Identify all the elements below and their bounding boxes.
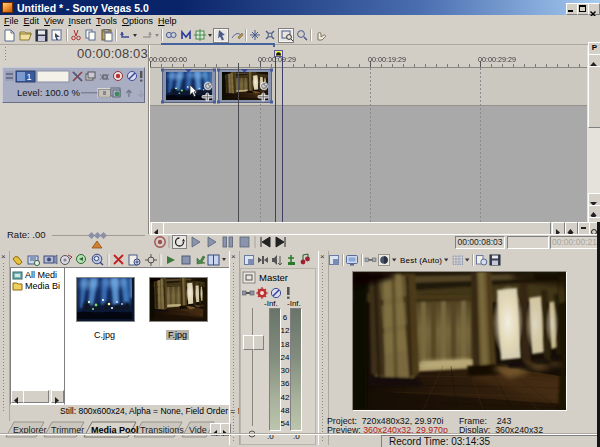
svg-text:Level: 100.0 %: Level: 100.0 % (17, 87, 80, 98)
svg-text:All Medi: All Medi (25, 270, 57, 280)
svg-text:Media Bi: Media Bi (25, 281, 60, 291)
svg-text:1: 1 (26, 72, 31, 82)
